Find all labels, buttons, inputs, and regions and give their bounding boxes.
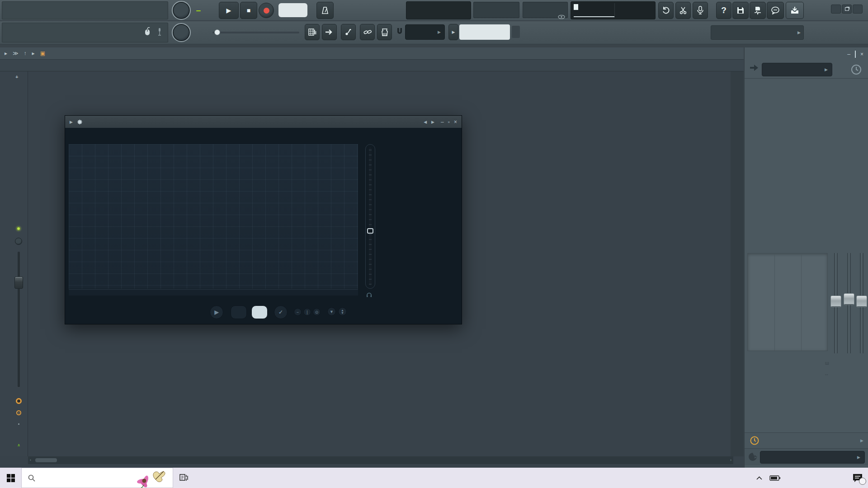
chevron-right-icon: ▶	[857, 455, 860, 460]
pre-icon[interactable]	[748, 63, 760, 73]
task-view-button[interactable]	[173, 468, 194, 488]
compare-down-button[interactable]: ▼	[327, 307, 336, 316]
record-audio-button[interactable]	[693, 2, 708, 19]
eq-title-bar[interactable]: ▶ ◀ ▶ – ▫ ×	[65, 116, 462, 128]
feedback-button[interactable]	[767, 2, 784, 19]
add-pattern-button[interactable]	[512, 26, 520, 38]
snap-selector[interactable]: ▶	[405, 24, 445, 40]
gear-icon[interactable]	[76, 119, 83, 125]
scroll-left-icon[interactable]: ‹	[30, 458, 31, 462]
plugin-minimize-icon[interactable]: –	[441, 119, 444, 125]
audio-input-selector[interactable]: ▶	[762, 63, 832, 76]
scroll-right-icon[interactable]: ›	[730, 458, 731, 462]
headphone-icon[interactable]	[366, 292, 372, 297]
mixer-menu-icon[interactable]: ▸	[5, 50, 7, 56]
preset-prev-icon[interactable]: ◀	[424, 120, 427, 124]
notification-center-button[interactable]	[847, 468, 868, 488]
minimize-button[interactable]	[831, 5, 841, 14]
chevron-right-icon: ▶	[438, 30, 441, 34]
help-button[interactable]: ?	[716, 2, 731, 19]
mixer-scrollbar[interactable]: ‹ ›	[28, 456, 733, 464]
rack-fader-handle-low[interactable]	[830, 296, 841, 307]
main-volume-knob[interactable]	[172, 1, 191, 20]
step-edit-button[interactable]	[322, 24, 337, 40]
mixer-rack-panel: – × ▶ ш ↔ ▶ ▶	[744, 47, 868, 468]
mixer-layout-icon[interactable]: ▣	[40, 50, 45, 56]
start-button[interactable]	[0, 468, 21, 488]
pattern-play-button[interactable]: ▶	[448, 24, 458, 40]
eq-band-header-row	[69, 128, 358, 136]
record-button[interactable]	[259, 3, 274, 18]
rack-eq-display[interactable]	[747, 253, 828, 351]
notification-badge	[859, 478, 866, 485]
hint-panel	[473, 2, 519, 18]
cut-button[interactable]	[675, 2, 691, 19]
plugin-close-icon[interactable]: ×	[454, 119, 457, 125]
eq-gain-handle[interactable]	[367, 228, 373, 234]
clock-icon[interactable]	[851, 64, 862, 75]
chevron-right-icon: ▶	[825, 67, 828, 72]
rack-fader-handle-mid[interactable]	[844, 293, 854, 305]
rack-fader-handle-high[interactable]	[856, 296, 867, 307]
master-pitch-slider[interactable]	[212, 30, 299, 35]
eq-band-controls	[376, 128, 460, 324]
link-icon	[363, 28, 372, 36]
search-box[interactable]	[21, 468, 173, 488]
pitch-knob[interactable]	[172, 23, 191, 42]
save-version-button[interactable]	[750, 2, 766, 19]
scroll-handle[interactable]	[35, 458, 57, 462]
restore-button[interactable]	[842, 5, 852, 14]
cpu-panel[interactable]	[571, 1, 656, 19]
mixer-route-icon[interactable]: ≫	[13, 50, 19, 56]
slider-handle[interactable]	[214, 29, 220, 35]
slide-notes-button[interactable]	[341, 24, 356, 40]
mixer-up-icon[interactable]: ↑	[24, 50, 27, 56]
undo-icon	[662, 6, 670, 14]
rack-title-bar[interactable]: – ×	[745, 47, 868, 61]
play-button[interactable]: ▶	[219, 2, 239, 19]
pat-song-toggle[interactable]	[196, 1, 217, 19]
plugin-detach-icon[interactable]: ▫	[448, 119, 450, 125]
eq-level-meter[interactable]	[365, 144, 375, 289]
butterfly-flower-image	[133, 469, 172, 488]
language-indicator[interactable]	[783, 468, 802, 488]
plugin-menu-icon[interactable]: ▶	[70, 120, 73, 124]
stop-button[interactable]: ■	[240, 2, 257, 19]
rack-close-icon[interactable]: ×	[860, 51, 863, 57]
pattern-selector[interactable]	[459, 24, 510, 40]
link-button[interactable]	[360, 24, 375, 40]
save-button[interactable]	[732, 2, 749, 19]
mixer-play-icon[interactable]: ▸	[32, 50, 35, 56]
transport-extra-buttons	[316, 2, 334, 19]
eq-order-button[interactable]: ▶	[210, 305, 223, 319]
metronome-button[interactable]	[316, 2, 334, 19]
orange-clock-icon[interactable]	[750, 436, 759, 445]
typing-keyboard-button[interactable]	[377, 24, 392, 40]
close-button[interactable]	[853, 5, 863, 14]
compare-updown-button[interactable]: ▲▼	[338, 307, 347, 316]
mouse-icon	[144, 27, 151, 36]
grid-button[interactable]	[305, 24, 320, 40]
monitor-mid-button[interactable]: |	[303, 308, 311, 316]
toolbar-dropdown[interactable]: ▶	[711, 25, 804, 40]
export-button[interactable]	[786, 2, 804, 19]
output-selector[interactable]: ▶	[760, 451, 865, 464]
song-label[interactable]	[196, 10, 201, 11]
time-display[interactable]	[406, 1, 471, 19]
tempo-display[interactable]	[278, 3, 307, 17]
fl-studio-window: ▶ ■ ?	[0, 0, 868, 488]
linear-phase-button[interactable]	[231, 305, 247, 319]
rack-restore-icon[interactable]	[855, 51, 856, 57]
tray-expand-icon[interactable]	[751, 468, 767, 488]
rack-minimize-icon[interactable]: –	[847, 51, 850, 57]
preset-next-icon[interactable]: ▶	[431, 120, 434, 124]
battery-icon[interactable]	[767, 468, 783, 488]
eq-apply-button[interactable]: ✓	[274, 305, 288, 319]
hq-button[interactable]	[251, 305, 268, 319]
monitor-off-button[interactable]: −	[294, 308, 302, 316]
eq-graph[interactable]	[69, 144, 358, 289]
undo-button[interactable]	[658, 2, 674, 19]
microphone-icon	[697, 6, 704, 15]
secondary-toolbar: ▶ ▶ ▶	[0, 21, 868, 44]
monitor-on-button[interactable]: ⊙	[313, 308, 321, 316]
